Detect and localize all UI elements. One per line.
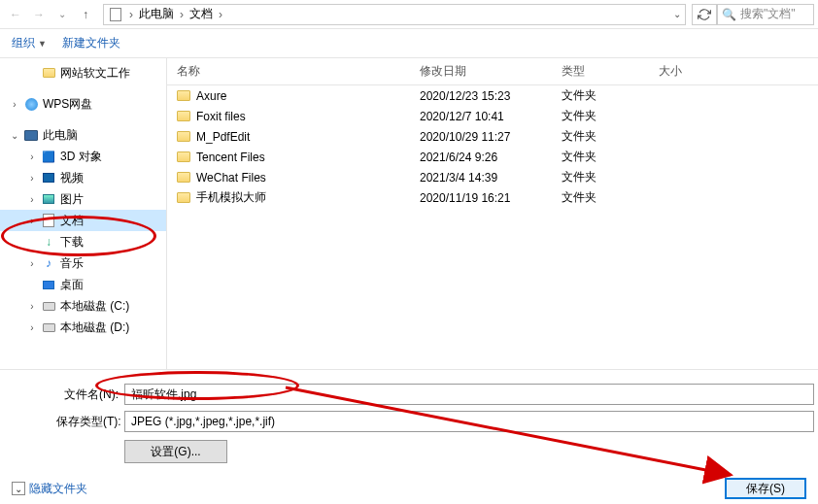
sidebar-item-label: 文档 — [60, 213, 84, 229]
file-name: Foxit files — [196, 110, 246, 123]
tree-arrow-icon: › — [27, 258, 37, 269]
wps-icon — [23, 96, 39, 112]
sidebar-item-label: 本地磁盘 (D:) — [60, 319, 129, 336]
list-row[interactable]: 手机模拟大师2020/11/19 16:21文件夹 — [167, 187, 818, 208]
file-name: Axure — [196, 89, 226, 103]
chevron-right-icon: › — [178, 8, 186, 21]
folder-icon — [177, 172, 190, 183]
sidebar-item[interactable]: ⌄此电脑 — [0, 124, 166, 146]
sidebar-item-label: 图片 — [60, 191, 84, 208]
list-row[interactable]: WeChat Files2021/3/4 14:39文件夹 — [167, 167, 818, 187]
search-placeholder: 搜索"文档" — [740, 6, 796, 22]
folder-icon — [177, 111, 190, 121]
file-name: WeChat Files — [196, 171, 266, 185]
list-header: 名称 修改日期 类型 大小 — [167, 58, 818, 85]
col-date[interactable]: 修改日期 — [420, 63, 562, 80]
tree-arrow-icon: › — [27, 151, 37, 162]
sidebar-item[interactable]: ›♪音乐 — [0, 252, 166, 274]
3d-icon: 🟦 — [41, 149, 56, 164]
sidebar-item[interactable]: ›本地磁盘 (D:) — [0, 317, 166, 338]
document-icon — [108, 7, 123, 22]
back-button[interactable]: ← — [4, 3, 27, 26]
list-row[interactable]: M_PdfEdit2020/10/29 11:27文件夹 — [167, 126, 818, 147]
file-date: 2020/10/29 11:27 — [420, 130, 562, 144]
file-date: 2021/6/24 9:26 — [420, 151, 562, 164]
filename-input[interactable]: 福昕软件.jpg — [124, 384, 814, 405]
sidebar-item[interactable]: ›视频 — [0, 167, 166, 188]
tree-arrow-icon: › — [27, 301, 37, 312]
monitor-icon — [23, 127, 39, 143]
hide-folders-toggle[interactable]: ⌄ 隐藏文件夹 — [12, 481, 87, 497]
refresh-button[interactable] — [692, 4, 717, 25]
sidebar-item-label: 桌面 — [60, 277, 84, 293]
disk-icon — [41, 319, 56, 335]
filetype-label: 保存类型(T): — [56, 414, 124, 430]
chevron-down-icon[interactable]: ⌄ — [673, 9, 681, 19]
tree-arrow-icon: › — [27, 194, 37, 205]
file-type: 文件夹 — [562, 87, 659, 104]
file-date: 2020/11/19 16:21 — [420, 191, 562, 205]
sidebar-item-label: 下载 — [60, 234, 84, 251]
filename-label: 文件名(N): — [56, 386, 124, 403]
new-folder-button[interactable]: 新建文件夹 — [62, 35, 120, 51]
folder-icon — [177, 192, 190, 203]
folder-icon — [177, 131, 190, 142]
file-type: 文件夹 — [562, 169, 659, 185]
video-icon — [41, 170, 56, 185]
pic-icon — [41, 191, 56, 207]
sidebar-item[interactable]: ↓下载 — [0, 231, 166, 252]
caret-down-icon: ▼ — [38, 39, 47, 49]
list-row[interactable]: Axure2020/12/23 15:23文件夹 — [167, 85, 818, 106]
forward-button[interactable]: → — [27, 3, 51, 26]
col-name[interactable]: 名称 — [167, 63, 420, 80]
sidebar-item-label: 3D 对象 — [60, 149, 102, 165]
sidebar-item[interactable]: 桌面 — [0, 274, 166, 295]
chevron-right-icon: › — [127, 8, 135, 21]
sidebar-item[interactable]: ›WPS网盘 — [0, 93, 166, 115]
sidebar-item-label: 视频 — [60, 170, 84, 186]
file-name: M_PdfEdit — [196, 130, 250, 144]
file-type: 文件夹 — [562, 189, 659, 206]
breadcrumb[interactable]: › 此电脑 › 文档 › ⌄ — [103, 4, 686, 25]
sidebar-item[interactable]: ›🟦3D 对象 — [0, 146, 166, 167]
file-list: 名称 修改日期 类型 大小 Axure2020/12/23 15:23文件夹Fo… — [167, 58, 818, 369]
breadcrumb-segment[interactable]: 此电脑 — [135, 6, 178, 22]
desk-icon — [41, 277, 56, 292]
sidebar-item-label: 此电脑 — [43, 127, 78, 144]
tree-arrow-icon: › — [27, 216, 37, 226]
filetype-select[interactable]: JPEG (*.jpg,*.jpeg,*.jpe,*.jif) — [124, 411, 814, 432]
chevron-right-icon: › — [217, 8, 224, 21]
tree-arrow-icon: › — [27, 173, 37, 184]
list-row[interactable]: Foxit files2020/12/7 10:41文件夹 — [167, 106, 818, 126]
sidebar-item-label: 网站软文工作 — [60, 65, 130, 82]
settings-button[interactable]: 设置(G)... — [124, 440, 227, 463]
sidebar-item-label: 本地磁盘 (C:) — [60, 298, 129, 315]
file-date: 2020/12/7 10:41 — [420, 110, 562, 123]
tree-arrow-icon: › — [27, 322, 37, 333]
sidebar-item[interactable]: 网站软文工作 — [0, 62, 166, 84]
list-row[interactable]: Tencent Files2021/6/24 9:26文件夹 — [167, 147, 818, 167]
col-type[interactable]: 类型 — [562, 63, 659, 80]
search-input[interactable]: 🔍 搜索"文档" — [717, 4, 814, 25]
sidebar-item-label: 音乐 — [60, 255, 84, 272]
tree-arrow-icon: › — [10, 99, 19, 110]
chevron-down-icon: ⌄ — [12, 482, 25, 495]
folder-icon — [177, 151, 190, 162]
sidebar-item[interactable]: ›文档 — [0, 210, 166, 231]
file-name: 手机模拟大师 — [196, 189, 266, 206]
col-size[interactable]: 大小 — [659, 63, 736, 80]
up-button[interactable]: ↑ — [74, 3, 97, 26]
organize-menu[interactable]: 组织 ▼ — [12, 35, 47, 51]
save-button[interactable]: 保存(S) — [725, 478, 806, 499]
file-type: 文件夹 — [562, 149, 659, 165]
sidebar-item-label: WPS网盘 — [43, 96, 92, 113]
tree-arrow-icon: ⌄ — [10, 130, 19, 141]
sidebar-item[interactable]: ›图片 — [0, 188, 166, 210]
sidebar: 网站软文工作›WPS网盘⌄此电脑›🟦3D 对象›视频›图片›文档↓下载›♪音乐桌… — [0, 58, 167, 369]
sidebar-item[interactable]: ›本地磁盘 (C:) — [0, 295, 166, 317]
file-date: 2021/3/4 14:39 — [420, 171, 562, 185]
doc-icon — [41, 213, 56, 228]
recent-dropdown[interactable]: ⌄ — [51, 3, 74, 26]
breadcrumb-segment[interactable]: 文档 — [186, 6, 217, 22]
music-icon: ♪ — [41, 255, 56, 271]
